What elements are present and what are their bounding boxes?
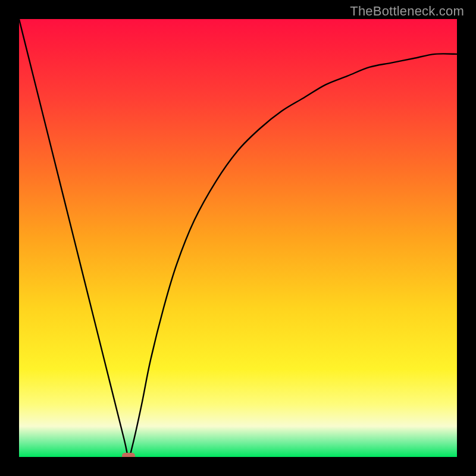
plot-area <box>19 19 457 457</box>
attribution-text: TheBottleneck.com <box>350 4 464 19</box>
min-point-marker <box>122 453 135 457</box>
bottleneck-curve <box>19 19 457 457</box>
curve-path <box>19 19 457 457</box>
chart-frame: TheBottleneck.com <box>0 0 476 476</box>
